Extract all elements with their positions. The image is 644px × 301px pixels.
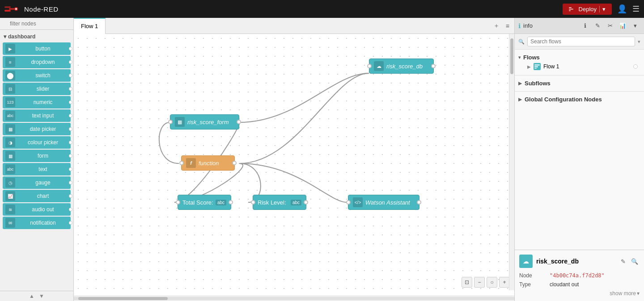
fn-label-risk-score-db: risk_score_db (386, 63, 429, 70)
node-item-switch[interactable]: ⬤ switch (3, 69, 71, 82)
fn-icon-watson-assistant: </> (353, 197, 363, 207)
canvas-scroll-v[interactable] (509, 34, 514, 290)
node-item-audio-out[interactable]: ≋ audio out (3, 203, 71, 216)
deploy-button[interactable]: Deploy ▾ (563, 4, 612, 15)
menu-icon[interactable]: ☰ (632, 4, 640, 14)
filter-wrap: 🔍 (0, 18, 73, 30)
port-right-button (69, 47, 72, 50)
node-item-date-picker[interactable]: ▦ date picker (3, 123, 71, 135)
tree-item-flow1[interactable]: ▶ Flow 1 (518, 62, 640, 71)
tab-flow1[interactable]: Flow 1 (74, 18, 106, 34)
manage-tabs-button[interactable]: ≡ (504, 21, 512, 30)
tree-divider-1 (515, 75, 644, 75)
canvas-area[interactable]: ☁ risk_score_db ▦ risk_score_form f func… (74, 34, 514, 296)
rtab-dropdown-btn[interactable]: ▾ (630, 21, 640, 31)
node-icon-button: ▶ (5, 44, 15, 54)
port-right-switch (69, 74, 72, 77)
zoom-out-button[interactable]: − (474, 277, 485, 288)
node-item-text-input[interactable]: abc text input (3, 109, 71, 122)
port-right-dropdown (69, 60, 72, 64)
flow-node-watson-assistant[interactable]: </> Watson Assistant (348, 195, 419, 210)
show-more-label: show more (610, 290, 636, 297)
node-item-numeric[interactable]: 123 numeric (3, 96, 71, 109)
port-left-risk-score-db (367, 64, 372, 68)
node-item-text[interactable]: abc text (3, 163, 71, 176)
zoom-in-button[interactable]: + (499, 277, 510, 288)
info-icon: ℹ (518, 22, 521, 29)
right-bottom: ☁ risk_score_db ✎ 🔍 Node "4b00c74a.f7d2d… (515, 250, 644, 301)
rtab-export-btn[interactable]: ✂ (605, 21, 615, 31)
node-category-dashboard[interactable]: ▾ dashboard (0, 32, 73, 42)
tree-divider-2 (515, 91, 644, 92)
scroll-down-arrow[interactable]: ▼ (39, 293, 44, 299)
detail-edit-btn[interactable]: ✎ (618, 256, 628, 266)
show-more-btn[interactable]: show more ▾ (519, 290, 640, 297)
subflows-header[interactable]: ▶ Subflows (518, 79, 640, 88)
rtab-info-btn[interactable]: ℹ (580, 21, 590, 31)
canvas-scroll-h[interactable] (74, 296, 514, 301)
node-item-chart[interactable]: 📈 chart (3, 190, 71, 202)
right-tab-info-label: info (523, 22, 533, 29)
topbar-left: Node-RED (4, 4, 59, 13)
flows-header[interactable]: ▾ Flows (518, 53, 640, 62)
category-label: dashboard (8, 33, 35, 40)
node-item-form[interactable]: ▦ form (3, 150, 71, 162)
port-right-risk-score-form (237, 120, 241, 124)
detail-val-node: "4b00c74a.f7d2d8" (550, 272, 605, 279)
sidebar-scroll-arrows: ▲ ▼ (0, 291, 73, 301)
right-tree: ▾ Flows ▶ Flow 1 (515, 50, 644, 250)
port-right-risk-level (304, 200, 308, 205)
port-left-risk-score-form (168, 120, 173, 124)
canvas-scroll-h-track (74, 297, 514, 300)
connections-svg (74, 34, 514, 296)
deploy-caret[interactable]: ▾ (599, 6, 606, 13)
node-label-date-picker: date picker (18, 126, 68, 132)
node-icon-audio-out: ≋ (5, 205, 15, 214)
flow-node-total-score[interactable]: Total Score: abc (178, 195, 231, 210)
search-flows-dropdown[interactable]: ▾ (638, 39, 640, 45)
flow-node-function[interactable]: f function (181, 155, 235, 171)
port-right-chart (69, 194, 72, 198)
deploy-label: Deploy (579, 6, 597, 13)
fn-label-total-score: Total Score: (182, 199, 214, 206)
node-label-form: form (18, 153, 68, 159)
node-item-colour-picker[interactable]: ◑ colour picker (3, 136, 71, 149)
port-right-audio-out (69, 208, 72, 211)
fn-label-risk-level: Risk Level: (258, 199, 289, 206)
node-item-dropdown[interactable]: ≡ dropdown (3, 56, 71, 68)
search-flows-input[interactable] (527, 37, 635, 46)
flow1-expand-caret: ▶ (527, 64, 531, 69)
center-area: Flow 1 ＋ ≡ (74, 18, 514, 301)
fn-icon-function: f (186, 158, 196, 168)
zoom-reset-button[interactable]: ○ (487, 277, 497, 288)
flow-node-risk-score-db[interactable]: ☁ risk_score_db (369, 59, 434, 74)
port-right-text-input (69, 114, 72, 117)
node-item-notification[interactable]: ✉ notification (3, 217, 71, 229)
rtab-edit-btn[interactable]: ✎ (592, 21, 603, 31)
node-item-button[interactable]: ▶ button (3, 42, 71, 55)
node-item-slider[interactable]: ⊟ slider (3, 83, 71, 95)
detail-search-btn[interactable]: 🔍 (630, 256, 640, 266)
port-left-watson-assistant (346, 200, 351, 205)
global-config-caret: ▶ (518, 97, 522, 102)
tabs-actions: ＋ ≡ (491, 21, 514, 31)
svg-point-4 (15, 8, 17, 10)
user-icon[interactable]: 👤 (617, 4, 627, 14)
fit-view-button[interactable]: ⊡ (462, 277, 472, 288)
node-item-gauge[interactable]: ◷ gauge (3, 176, 71, 189)
node-label-numeric: numeric (18, 99, 68, 105)
scroll-up-arrow[interactable]: ▲ (29, 293, 34, 299)
global-config-header[interactable]: ▶ Global Configuration Nodes (518, 95, 640, 104)
right-tab-info[interactable]: info (523, 22, 533, 29)
flow-node-risk-level[interactable]: Risk Level: abc (253, 195, 306, 210)
flow-node-risk-score-form[interactable]: ▦ risk_score_form (170, 114, 239, 130)
filter-nodes-input[interactable] (0, 18, 73, 30)
node-icon-numeric: 123 (5, 97, 15, 107)
subflows-label: Subflows (525, 80, 551, 87)
topbar: Node-RED Deploy ▾ 👤 ☰ (0, 0, 644, 18)
node-list: ▾ dashboard ▶ button ≡ dropdown ⬤ switch… (0, 30, 73, 291)
rtab-chart-btn[interactable]: 📊 (617, 21, 628, 31)
right-search: 🔍 ▾ (515, 34, 644, 50)
port-right-text (69, 167, 72, 171)
add-tab-button[interactable]: ＋ (491, 21, 502, 31)
